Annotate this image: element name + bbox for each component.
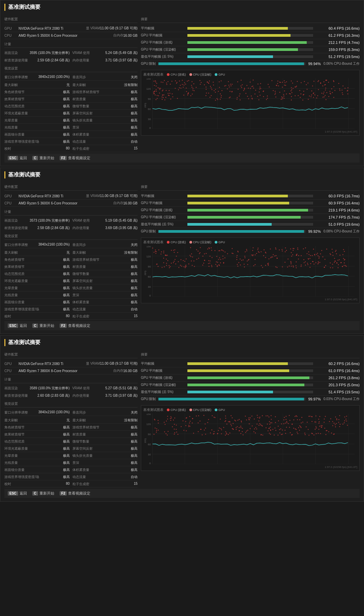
- svg-point-42: [342, 85, 343, 86]
- svg-point-823: [338, 422, 339, 423]
- svg-point-860: [297, 419, 298, 420]
- svg-point-627: [189, 255, 190, 256]
- svg-point-713: [308, 416, 309, 417]
- video-setting: 游戏世界材质细节 极高: [72, 257, 138, 263]
- svg-point-594: [218, 264, 219, 265]
- svg-point-738: [164, 424, 165, 425]
- svg-point-493: [203, 263, 204, 264]
- summary-row: GPU 平均帧频 (渲染帧) 159.0 FPS (6.3ms): [141, 46, 360, 53]
- svg-point-242: [208, 93, 209, 94]
- svg-text:FPS: FPS: [144, 438, 147, 443]
- svg-point-851: [212, 415, 213, 416]
- svg-point-804: [260, 424, 261, 425]
- svg-point-89: [229, 97, 230, 98]
- svg-point-785: [230, 422, 231, 423]
- video-row: 窗口分辨率调整 3840x2160 (100.0%): [4, 74, 70, 81]
- svg-point-730: [345, 419, 346, 420]
- svg-point-803: [334, 423, 335, 424]
- footer-button[interactable]: C 重新开始: [32, 491, 54, 496]
- svg-point-96: [231, 85, 232, 86]
- svg-point-866: [214, 417, 215, 418]
- footer-button[interactable]: F2 查看视频设定: [60, 323, 91, 328]
- calc-item: VRAM 使用 5.24 GB (5.49 GB 高): [72, 50, 138, 56]
- video-setting: 环境光遮蔽质量 极高: [4, 278, 70, 284]
- footer-button[interactable]: C 重新开始: [32, 156, 54, 161]
- summary-row: GPU 平均帧频 (渲染帧) 174.7 FPS (5.7ms): [141, 214, 360, 221]
- svg-point-69: [260, 87, 261, 88]
- footer-button[interactable]: ESC 返回: [8, 156, 27, 161]
- footer-button[interactable]: F2 查看视频设定: [60, 491, 91, 496]
- video-setting: 光晕质量 极高: [4, 117, 70, 124]
- svg-point-875: [236, 427, 237, 428]
- svg-point-293: [243, 90, 244, 91]
- svg-point-964: [326, 430, 327, 431]
- svg-point-385: [282, 266, 283, 267]
- video-setting: 效果材质细节 极高: [4, 264, 70, 270]
- video-setting: 动态流量 自动: [72, 306, 138, 313]
- svg-point-614: [325, 265, 326, 266]
- svg-point-219: [342, 92, 343, 93]
- svg-point-438: [291, 256, 292, 257]
- footer-button[interactable]: C 重新开始: [32, 323, 54, 328]
- svg-point-698: [239, 430, 240, 431]
- svg-point-541: [265, 265, 266, 266]
- svg-point-515: [209, 263, 210, 264]
- section-calc: 计量: [4, 377, 138, 383]
- svg-point-634: [209, 266, 210, 267]
- svg-text:90: 90: [148, 433, 151, 436]
- svg-point-133: [162, 90, 163, 91]
- svg-point-54: [282, 82, 283, 83]
- svg-point-261: [302, 100, 303, 101]
- svg-point-667: [241, 421, 242, 422]
- svg-point-423: [254, 259, 255, 260]
- legend-item: CPU (游戏): [167, 73, 186, 77]
- legend-item: GPU: [215, 408, 225, 412]
- svg-point-251: [163, 94, 164, 95]
- video-setting: 环境光遮蔽质量 极高: [4, 110, 70, 117]
- svg-point-208: [292, 83, 293, 84]
- svg-point-797: [156, 432, 157, 433]
- svg-point-623: [176, 256, 177, 257]
- svg-point-103: [156, 85, 157, 86]
- chart-title: 基准测试图表 CPU (游戏) CPU (渲染帧) GPU: [143, 72, 357, 77]
- svg-point-363: [232, 253, 233, 254]
- svg-point-890: [270, 430, 271, 431]
- svg-point-696: [240, 426, 241, 427]
- svg-point-118: [338, 83, 339, 84]
- svg-point-382: [309, 267, 310, 268]
- svg-point-291: [184, 82, 185, 83]
- svg-point-175: [230, 96, 231, 97]
- svg-point-177: [313, 97, 314, 98]
- svg-point-240: [282, 98, 283, 99]
- gpu-limit-row: GPU 限制 99.92% 0.08% CPU-Bound 工作: [141, 228, 360, 235]
- svg-point-925: [181, 426, 182, 427]
- svg-point-906: [305, 434, 306, 435]
- footer-button[interactable]: F2 查看视频设定: [60, 156, 91, 161]
- svg-point-406: [177, 252, 178, 253]
- video-setting: 光线质量 极高: [4, 124, 70, 131]
- svg-point-97: [311, 90, 312, 91]
- svg-point-274: [206, 89, 207, 90]
- svg-point-764: [311, 416, 312, 417]
- panel-title: 基准测试摘要: [4, 171, 360, 178]
- svg-point-79: [279, 82, 280, 83]
- svg-point-637: [237, 255, 238, 256]
- svg-point-548: [337, 260, 338, 261]
- svg-point-870: [256, 428, 257, 429]
- footer-button[interactable]: ESC 返回: [8, 323, 27, 328]
- svg-point-340: [289, 265, 290, 267]
- svg-point-780: [254, 419, 255, 420]
- svg-point-136: [168, 81, 169, 82]
- svg-point-510: [253, 247, 254, 248]
- footer-bar: ESC 返回 C 重新开始 F2 查看视频设定: [4, 321, 360, 330]
- svg-point-264: [221, 80, 222, 81]
- svg-point-375: [202, 256, 203, 257]
- svg-point-570: [312, 255, 313, 256]
- svg-point-939: [230, 424, 231, 425]
- svg-point-186: [267, 95, 268, 96]
- svg-point-38: [162, 99, 163, 100]
- svg-point-895: [302, 422, 303, 423]
- footer-button[interactable]: ESC 返回: [8, 491, 27, 496]
- svg-point-248: [313, 93, 314, 94]
- svg-point-960: [295, 428, 296, 429]
